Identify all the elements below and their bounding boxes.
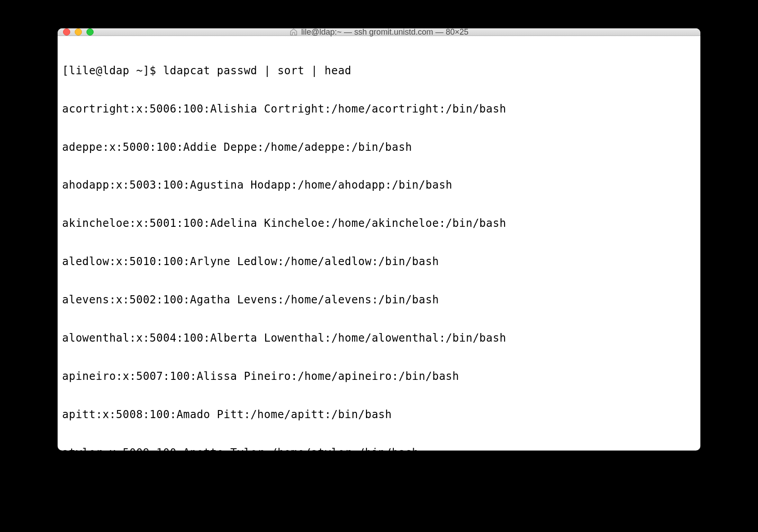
terminal-window: lile@ldap:~ — ssh gromit.unistd.com — 80…	[58, 28, 700, 451]
terminal-line: apitt:x:5008:100:Amado Pitt:/home/apitt:…	[62, 408, 696, 421]
terminal-line: adeppe:x:5000:100:Addie Deppe:/home/adep…	[62, 141, 696, 153]
home-icon	[289, 28, 298, 36]
maximize-button[interactable]	[86, 28, 94, 36]
window-title-container: lile@ldap:~ — ssh gromit.unistd.com — 80…	[289, 28, 468, 37]
close-button[interactable]	[63, 28, 70, 36]
traffic-lights	[63, 28, 94, 36]
terminal-line: akincheloe:x:5001:100:Adelina Kincheloe:…	[62, 217, 696, 230]
window-title: lile@ldap:~ — ssh gromit.unistd.com — 80…	[301, 28, 468, 37]
terminal-line: acortright:x:5006:100:Alishia Cortright:…	[62, 103, 696, 115]
minimize-button[interactable]	[75, 28, 82, 36]
terminal-line: atylor:x:5009:100:Anette Tylor:/home/aty…	[62, 446, 696, 451]
terminal-content[interactable]: [lile@ldap ~]$ ldapcat passwd | sort | h…	[58, 36, 700, 451]
terminal-line: ahodapp:x:5003:100:Agustina Hodapp:/home…	[62, 179, 696, 191]
terminal-line: apineiro:x:5007:100:Alissa Pineiro:/home…	[62, 370, 696, 383]
terminal-line: aledlow:x:5010:100:Arlyne Ledlow:/home/a…	[62, 255, 696, 268]
window-titlebar[interactable]: lile@ldap:~ — ssh gromit.unistd.com — 80…	[58, 28, 700, 36]
terminal-line: [lile@ldap ~]$ ldapcat passwd | sort | h…	[62, 64, 696, 77]
terminal-line: alowenthal:x:5004:100:Alberta Lowenthal:…	[62, 332, 696, 344]
terminal-line: alevens:x:5002:100:Agatha Levens:/home/a…	[62, 293, 696, 306]
